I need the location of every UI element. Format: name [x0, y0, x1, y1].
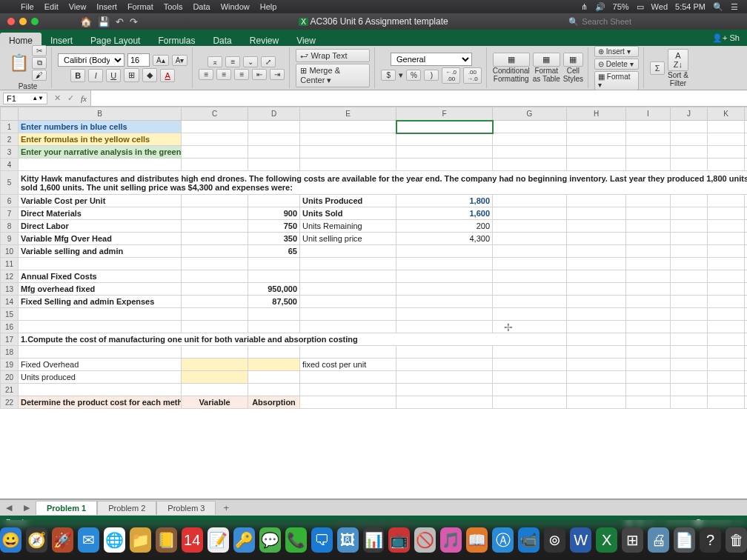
cell-I21[interactable]	[626, 384, 671, 396]
cell-H6[interactable]	[567, 195, 626, 207]
cell-E1[interactable]	[300, 121, 396, 133]
cell-G18[interactable]	[493, 346, 567, 359]
cell-H22[interactable]	[567, 396, 626, 409]
font-decrease-button[interactable]: A▾	[172, 55, 188, 66]
decimal-decrease-button[interactable]: .00→.0	[463, 67, 482, 84]
col-header-D[interactable]: D	[248, 107, 300, 121]
align-bottom-button[interactable]: ⌄	[243, 56, 258, 67]
cell-E22[interactable]	[300, 396, 396, 409]
cell-C3[interactable]	[182, 146, 248, 159]
dock-app-24[interactable]: ⊞	[622, 527, 643, 553]
cell-B2[interactable]: Enter formulas in the yellow cells	[19, 133, 182, 146]
cell-G10[interactable]	[493, 245, 567, 258]
cell-F9[interactable]: 4,300	[396, 233, 493, 245]
cell-H10[interactable]	[567, 245, 626, 258]
align-left-button[interactable]: ≡	[199, 69, 213, 80]
cell-G1[interactable]	[493, 121, 567, 133]
cell-B20[interactable]: Units produced	[19, 371, 182, 384]
cell-J22[interactable]	[671, 396, 708, 409]
cell-C16[interactable]	[182, 321, 248, 333]
cell-H17[interactable]	[567, 333, 626, 346]
col-header-K[interactable]: K	[708, 107, 745, 121]
cell-D19[interactable]	[248, 359, 300, 371]
cell-L18[interactable]	[745, 346, 748, 359]
menu-file[interactable]: File	[21, 2, 34, 11]
cell-K13[interactable]	[708, 283, 745, 296]
cell-H3[interactable]	[567, 146, 626, 159]
redo-icon[interactable]: ↷	[130, 16, 138, 27]
cell-C11[interactable]	[182, 258, 248, 270]
dock-app-20[interactable]: 📹	[518, 527, 540, 553]
menu-edit[interactable]: Edit	[44, 2, 59, 11]
cancel-formula-icon[interactable]: ✕	[50, 93, 64, 103]
cell-L19[interactable]	[745, 359, 748, 371]
cell-K6[interactable]	[708, 195, 745, 207]
cell-J15[interactable]	[671, 308, 708, 321]
cell-I6[interactable]	[626, 195, 671, 207]
cell-L11[interactable]	[745, 258, 748, 270]
cell-K8[interactable]	[708, 220, 745, 233]
dock-app-19[interactable]: Ⓐ	[492, 527, 514, 553]
col-header-E[interactable]: E	[300, 107, 396, 121]
cell-L8[interactable]	[745, 220, 748, 233]
cell-L7[interactable]	[745, 207, 748, 220]
cell-B22[interactable]: Determine the product cost for each meth…	[19, 396, 182, 409]
cell-D20[interactable]	[248, 371, 300, 384]
cell-H19[interactable]	[567, 359, 626, 371]
cell-H7[interactable]	[567, 207, 626, 220]
cell-J12[interactable]	[671, 270, 708, 283]
cell-E10[interactable]	[300, 245, 396, 258]
cell-L12[interactable]	[745, 270, 748, 283]
row-header-4[interactable]: 4	[1, 159, 19, 171]
cell-B11[interactable]	[19, 258, 182, 270]
cell-F11[interactable]	[396, 258, 493, 270]
row-header-5[interactable]: 5	[1, 171, 19, 195]
cell-B14[interactable]: Fixed Selling and admin Expenses	[19, 296, 182, 308]
cell-J4[interactable]	[671, 159, 708, 171]
ribbon-tab-data[interactable]: Data	[204, 33, 240, 49]
dock-app-21[interactable]: ⊚	[544, 527, 565, 553]
cell-J17[interactable]	[671, 333, 708, 346]
fill-color-button[interactable]: ◆	[142, 68, 157, 82]
cell-D10[interactable]: 65	[248, 245, 300, 258]
sheet-search[interactable]: 🔍 Search Sheet	[568, 17, 743, 27]
cell-J7[interactable]	[671, 207, 708, 220]
cell-B5[interactable]: Kitty Hawk manufactures and distributes …	[19, 171, 748, 195]
cell-F21[interactable]	[396, 384, 493, 396]
cell-G11[interactable]	[493, 258, 567, 270]
cell-I4[interactable]	[626, 159, 671, 171]
cell-L16[interactable]	[745, 321, 748, 333]
cell-L14[interactable]	[745, 296, 748, 308]
cell-G21[interactable]	[493, 384, 567, 396]
col-header-I[interactable]: I	[626, 107, 671, 121]
cell-L3[interactable]	[745, 146, 748, 159]
sort-filter-button[interactable]: AZ↓	[668, 49, 688, 71]
cell-C7[interactable]	[182, 207, 248, 220]
cell-I7[interactable]	[626, 207, 671, 220]
cell-E8[interactable]: Units Remaining	[300, 220, 396, 233]
copy-button[interactable]: ⧉	[32, 57, 47, 69]
menu-format[interactable]: Format	[127, 2, 153, 11]
cell-D21[interactable]	[248, 384, 300, 396]
cell-C4[interactable]	[182, 159, 248, 171]
cell-E15[interactable]	[300, 308, 396, 321]
dock-app-16[interactable]: 🚫	[414, 527, 436, 553]
decimal-increase-button[interactable]: ←.0.00	[442, 67, 460, 84]
cell-F12[interactable]	[396, 270, 493, 283]
align-middle-button[interactable]: ≡	[225, 56, 240, 67]
font-size-input[interactable]	[127, 53, 150, 67]
cell-I2[interactable]	[626, 133, 671, 146]
cell-G9[interactable]	[493, 233, 567, 245]
cell-G4[interactable]	[493, 159, 567, 171]
cell-K3[interactable]	[708, 146, 745, 159]
cell-F3[interactable]	[396, 146, 493, 159]
undo-icon[interactable]: ↶	[116, 16, 124, 27]
cell-E16[interactable]	[300, 321, 396, 333]
menu-help[interactable]: Help	[260, 2, 277, 11]
cell-K18[interactable]	[708, 346, 745, 359]
cell-L17[interactable]	[745, 333, 748, 346]
dock-app-2[interactable]: 🚀	[52, 527, 73, 553]
cell-K1[interactable]	[708, 121, 745, 133]
cell-J18[interactable]	[671, 346, 708, 359]
sheet-tab-problem-1[interactable]: Problem 1	[36, 501, 97, 515]
